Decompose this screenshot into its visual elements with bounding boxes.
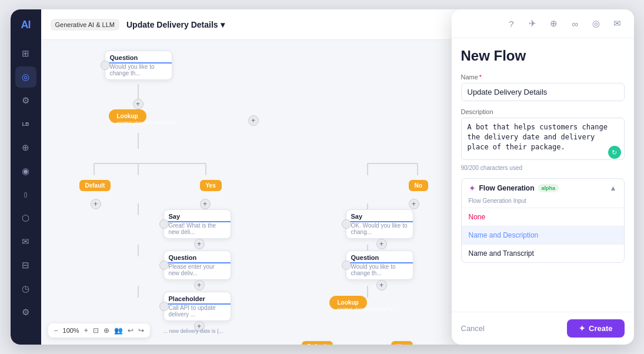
fit-btn[interactable]: ⊡ xyxy=(93,326,99,335)
add-btn-no[interactable]: + xyxy=(409,199,419,209)
panel-topbar: ? ✈ ⊕ ∞ ◎ ✉ xyxy=(452,9,634,38)
node-say-left[interactable]: Say Great! What is the new deli... xyxy=(163,209,231,239)
new-flow-panel: ? ✈ ⊕ ∞ ◎ ✉ New Flow Name * Description … xyxy=(452,9,634,345)
node-question-left[interactable]: Question Please enter your new deliv... xyxy=(163,251,231,280)
zoom-out-btn[interactable]: − xyxy=(54,326,58,335)
refresh-description-btn[interactable]: ↻ xyxy=(608,146,621,159)
panel-content: New Flow Name * Description A bot that h… xyxy=(452,38,634,312)
description-container: A bot that helps customers change the de… xyxy=(461,118,625,162)
create-button[interactable]: ✦ Create xyxy=(567,319,624,338)
sidebar-item-people[interactable]: ⚙ xyxy=(15,90,36,111)
add-node-btn-1[interactable]: + xyxy=(133,99,144,109)
node-say-right[interactable]: Say OK. Would you like to chang... xyxy=(346,209,413,239)
node-question-top[interactable]: Question Would you like to change th... xyxy=(105,51,172,80)
panel-infinity-icon[interactable]: ∞ xyxy=(568,16,582,31)
option-name-description[interactable]: Name and Description xyxy=(462,226,624,245)
add-btn-q-right[interactable]: + xyxy=(376,280,387,290)
sidebar-item-settings[interactable]: ⚙ xyxy=(15,302,36,323)
redo-btn[interactable]: ↪ xyxy=(138,326,144,335)
node-question-right[interactable]: Question Would you like to change th... xyxy=(346,251,413,280)
node-yes-bottom[interactable]: Yes xyxy=(391,341,413,345)
create-sparkle-icon: ✦ xyxy=(579,324,585,333)
gen-ai-badge: Generative AI & LLM xyxy=(51,19,120,31)
panel-profile-icon[interactable]: ◎ xyxy=(589,16,603,31)
canvas-search-btn[interactable]: ⊕ xyxy=(104,326,109,335)
panel-title: New Flow xyxy=(461,48,625,64)
node-placeholder-left[interactable]: Placeholder Call API to update delivery … xyxy=(163,292,231,321)
panel-navigate-icon[interactable]: ✈ xyxy=(526,16,540,31)
sidebar-item-search[interactable]: ⊕ xyxy=(15,137,36,158)
zoom-level: 100% xyxy=(63,327,79,334)
node-lookup-right[interactable]: Lookup context.changeDeliveryPla... xyxy=(329,296,367,309)
panel-footer: Cancel ✦ Create xyxy=(452,312,634,345)
add-node-btn-lookup-right[interactable]: + xyxy=(248,115,259,126)
app-logo: AI xyxy=(21,19,31,31)
flow-gen-label: Flow Generation xyxy=(479,184,535,192)
sidebar-item-code[interactable]: {} xyxy=(15,184,36,205)
node-yes[interactable]: Yes xyxy=(200,180,222,191)
panel-help-icon[interactable]: ? xyxy=(505,16,519,31)
canvas-toolbar: − 100% + ⊡ ⊕ 👥 ↩ ↪ xyxy=(48,323,150,338)
description-textarea[interactable]: A bot that helps customers change the de… xyxy=(461,118,625,160)
char-count: 90/200 characters used xyxy=(461,165,625,171)
sidebar-item-grid[interactable]: ⊞ xyxy=(15,43,36,64)
sidebar-item-target[interactable]: ◎ xyxy=(15,66,36,88)
add-btn-say-left[interactable]: + xyxy=(194,239,205,249)
alpha-badge: alpha xyxy=(538,184,559,192)
flow-name-button[interactable]: Update Delivery Details ▾ xyxy=(126,20,225,29)
node-default[interactable]: Default xyxy=(79,180,111,191)
chevron-up-icon: ▲ xyxy=(610,184,617,192)
undo-btn[interactable]: ↩ xyxy=(128,326,134,335)
name-label: Name * xyxy=(461,74,625,81)
add-btn-say-right[interactable]: + xyxy=(376,239,387,249)
add-btn-yes[interactable]: + xyxy=(200,199,211,209)
panel-search-icon[interactable]: ⊕ xyxy=(547,16,561,31)
chevron-down-icon: ▾ xyxy=(221,20,225,29)
sidebar-item-clock[interactable]: ◷ xyxy=(15,278,36,299)
add-btn-default[interactable]: + xyxy=(91,199,101,209)
panel-chat-icon[interactable]: ✉ xyxy=(610,16,625,31)
description-label: Description xyxy=(461,108,625,115)
sidebar-item-layers[interactable]: ⊟ xyxy=(15,255,36,276)
canvas-hint: ... new delivery date is {... xyxy=(163,328,223,334)
flow-gen-header[interactable]: ✦ Flow Generation alpha ▲ xyxy=(462,179,624,198)
zoom-in-btn[interactable]: + xyxy=(84,326,88,335)
node-lookup-main[interactable]: Lookup context.changeDeliveryDate xyxy=(109,109,146,123)
option-name-transcript[interactable]: Name and Transcript xyxy=(462,245,624,262)
name-input[interactable] xyxy=(461,83,625,101)
sidebar: AI ⊞ ◎ ⚙ LB ⊕ ◉ {} ⬡ ✉ ⊟ ◷ ⚙ xyxy=(11,9,41,345)
canvas-people-btn[interactable]: 👥 xyxy=(114,326,123,335)
cancel-button[interactable]: Cancel xyxy=(461,324,485,333)
sidebar-item-message[interactable]: ✉ xyxy=(15,231,36,252)
create-label: Create xyxy=(589,324,612,333)
option-none[interactable]: None xyxy=(462,208,624,226)
node-no[interactable]: No xyxy=(409,180,428,191)
node-default-bottom[interactable]: Default xyxy=(302,341,333,345)
add-btn-q-left[interactable]: + xyxy=(194,280,205,290)
flow-gen-options: None Name and Description Name and Trans… xyxy=(462,208,624,262)
sparkle-icon: ✦ xyxy=(469,183,476,193)
sidebar-item-lb[interactable]: LB xyxy=(15,113,36,135)
flow-gen-input-label: Flow Generation Input xyxy=(462,198,624,208)
flow-generation-section: ✦ Flow Generation alpha ▲ Flow Generatio… xyxy=(461,178,625,263)
sidebar-item-bulb[interactable]: ◉ xyxy=(15,161,36,182)
sidebar-item-export[interactable]: ⬡ xyxy=(15,208,36,229)
